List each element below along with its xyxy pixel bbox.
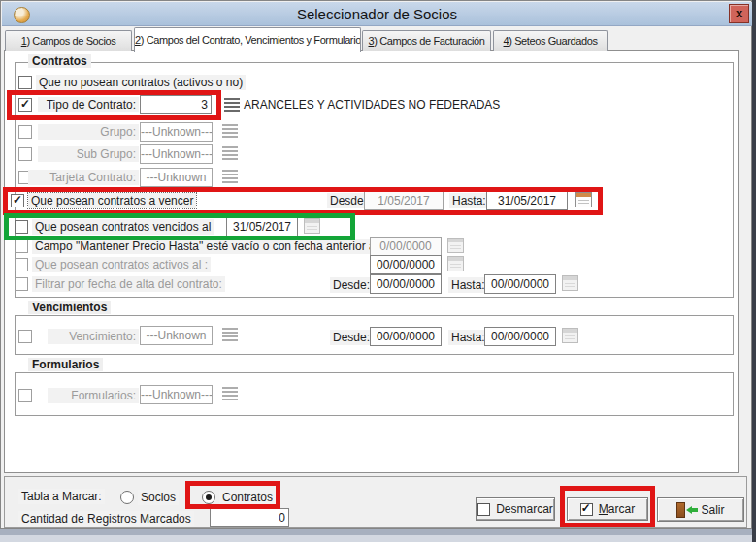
label-cantidad-registros: Cantidad de Registros Marcados xyxy=(18,511,194,526)
menu-icon-vencimiento[interactable] xyxy=(222,328,238,341)
input-desde-vencimiento[interactable] xyxy=(370,327,442,346)
marcar-button[interactable]: Marcar xyxy=(567,497,648,521)
label-desde-fecha-alta: Desde: xyxy=(330,277,373,293)
calendar-icon-fecha-alta[interactable] xyxy=(562,275,578,291)
label-hasta-a-vencer: Hasta: xyxy=(449,193,489,208)
label-radio-contratos: Contratos xyxy=(219,490,276,505)
menu-icon-grupo[interactable] xyxy=(222,124,238,138)
checkbox-sub-grupo[interactable] xyxy=(18,147,32,161)
tab-campos-de-socios[interactable]: 1) Campos de Socios xyxy=(5,30,132,51)
label-filtrar-fecha-alta: Filtrar por fecha de alta del contrato: xyxy=(32,276,225,292)
radio-socios[interactable] xyxy=(120,491,134,504)
label-tabla-a-marcar: Tabla a Marcar: xyxy=(18,489,105,504)
group-contratos-title: Contratos xyxy=(28,54,91,68)
group-vencimientos-title: Vencimientos xyxy=(28,301,111,314)
input-cantidad-registros[interactable] xyxy=(210,508,289,527)
menu-icon-tipo-de-contrato[interactable] xyxy=(224,98,240,112)
input-hasta-fecha-alta[interactable] xyxy=(484,274,556,294)
checkbox-no-posean-contratos[interactable] xyxy=(18,76,32,89)
calendar-icon-contratos-activos[interactable] xyxy=(447,256,464,271)
menu-icon-sub-grupo[interactable] xyxy=(222,146,238,160)
input-hasta-a-vencer[interactable] xyxy=(486,191,568,210)
checkbox-tipo-de-contrato[interactable] xyxy=(18,98,32,112)
label-hasta-vencimiento: Hasta: xyxy=(448,330,488,345)
label-mantener-precio: Campo "Mantener Precio Hasta" esté vacío… xyxy=(32,239,384,254)
checkbox-filtrar-fecha-alta[interactable] xyxy=(15,277,28,291)
input-tipo-de-contrato[interactable] xyxy=(140,95,212,114)
salir-button[interactable]: Salir xyxy=(657,497,744,522)
exit-door-icon xyxy=(676,502,695,518)
background-bottom-strip-light xyxy=(0,535,752,542)
menu-icon-formularios[interactable] xyxy=(222,387,238,400)
input-contratos-vencidos[interactable] xyxy=(226,217,298,237)
checkbox-formularios[interactable] xyxy=(18,389,32,402)
text-tipo-contrato-descripcion: ARANCELES Y ACTIVIDADES NO FEDERADAS xyxy=(244,98,500,112)
app-icon xyxy=(14,7,30,23)
dropdown-formularios[interactable]: ---Unknown--- xyxy=(140,385,213,404)
calendar-icon-vencimiento[interactable] xyxy=(562,328,578,343)
window-title: Seleccionador de Socios xyxy=(2,2,752,26)
checkbox-contratos-vencidos[interactable] xyxy=(15,220,28,234)
background-right-strip xyxy=(752,0,756,542)
close-icon[interactable]: x xyxy=(729,4,749,23)
checkbox-vencimiento[interactable] xyxy=(18,330,32,343)
dropdown-sub-grupo[interactable]: ---Unknown--- xyxy=(140,144,213,164)
label-desde-vencimiento: Desde: xyxy=(330,330,373,345)
calendar-icon-vencidos[interactable] xyxy=(304,218,320,234)
title-bar[interactable]: Seleccionador de Socios xyxy=(2,2,752,26)
checkbox-mantener-precio[interactable] xyxy=(15,239,28,253)
checkbox-contratos-a-vencer[interactable] xyxy=(11,194,24,207)
radio-contratos[interactable] xyxy=(202,491,215,504)
input-mantener-precio[interactable] xyxy=(370,237,442,256)
tab-seteos-guardados[interactable]: 4) Seteos Guardados xyxy=(493,30,608,51)
menu-icon-tarjeta-contrato[interactable] xyxy=(222,170,238,183)
label-tarjeta-contrato: Tarjeta Contrato: xyxy=(28,170,139,185)
tab-campos-de-facturacion[interactable]: 3) Campos de Facturación xyxy=(362,30,491,51)
label-tipo-de-contrato: Tipo de Contrato: xyxy=(38,97,139,112)
input-desde-fecha-alta[interactable] xyxy=(370,274,442,294)
calendar-icon-a-vencer[interactable] xyxy=(575,192,592,207)
label-vencimiento: Vencimiento: xyxy=(48,329,139,344)
dialog-seleccionador-de-socios: Seleccionador de Socios x 1) Campos de S… xyxy=(0,0,752,529)
input-hasta-vencimiento[interactable] xyxy=(484,327,556,346)
dropdown-grupo[interactable]: ---Unknown--- xyxy=(140,122,213,142)
tab-campos-del-contrato[interactable]: 2) Campos del Contrato, Vencimientos y F… xyxy=(134,27,361,52)
dropdown-tarjeta-contrato[interactable]: ---Unknown xyxy=(140,168,213,187)
checked-box-icon xyxy=(580,503,593,516)
unchecked-box-icon xyxy=(477,503,490,516)
label-contratos-activos: Que posean contratos activos al : xyxy=(32,257,211,272)
input-contratos-activos[interactable] xyxy=(370,255,442,274)
group-formularios-title: Formularios xyxy=(28,358,103,371)
label-grupo: Grupo: xyxy=(38,124,139,140)
label-contratos-vencidos: Que posean contratos vencidos al xyxy=(32,219,214,235)
input-desde-a-vencer[interactable] xyxy=(364,191,444,210)
label-radio-socios: Socios xyxy=(138,490,179,505)
label-formularios: Formularios: xyxy=(48,388,139,403)
label-no-posean-contratos: Que no posean contratos (activos o no) xyxy=(36,75,246,90)
label-sub-grupo: Sub Grupo: xyxy=(38,146,139,162)
desmarcar-button[interactable]: Desmarcar xyxy=(476,497,555,521)
label-contratos-a-vencer: Que posean contratos a vencer xyxy=(28,193,196,208)
calendar-icon-mantener-precio[interactable] xyxy=(447,238,464,253)
checkbox-contratos-activos[interactable] xyxy=(15,258,28,271)
dropdown-vencimiento[interactable]: ---Unknown xyxy=(140,326,213,345)
checkbox-grupo[interactable] xyxy=(18,125,32,139)
label-hasta-fecha-alta: Hasta: xyxy=(448,277,488,293)
